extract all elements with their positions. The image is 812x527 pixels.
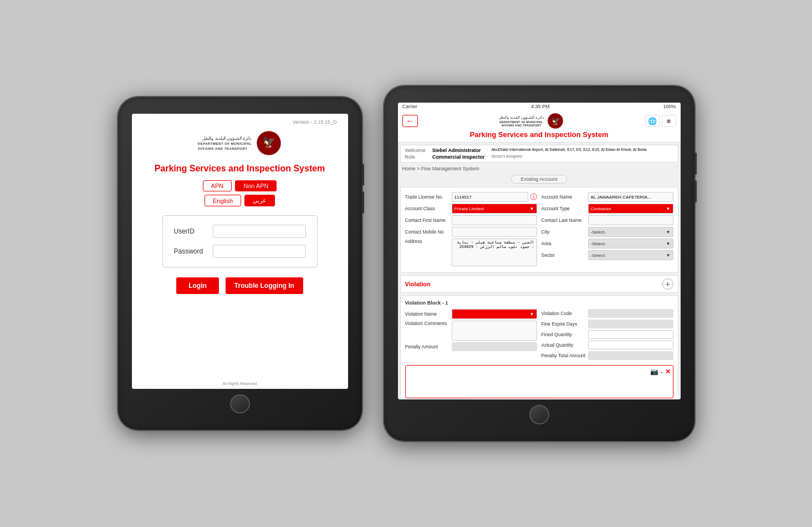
vio-penalty-row: Penalty Amount xyxy=(405,342,537,351)
vio-name-label: Violation Name xyxy=(405,311,450,317)
content-area: Existing Account Trade License No. ⓘ xyxy=(398,173,681,399)
area-label: Area xyxy=(542,241,586,246)
violation-title: Violation xyxy=(405,281,431,287)
contact-first-label: Contact First Name xyxy=(405,217,450,223)
left-ipad: Version - 2.15.15_D دائرة الشـؤون البلدي… xyxy=(118,97,362,430)
password-row: Password xyxy=(174,245,306,258)
right-ipad: Carrier 4:35 PM 100% ← دائرة الشـؤون الب… xyxy=(384,86,694,441)
english-button[interactable]: English xyxy=(205,195,241,206)
apn-btn-row: APN Non APN xyxy=(203,180,277,191)
photo-area: 📷 - ✕ xyxy=(405,365,673,398)
vio-actual-qty-row: Actual Quantity xyxy=(542,341,673,349)
vio-penalty-input[interactable] xyxy=(452,342,537,351)
vio-fined-qty-row: Fined Quantity xyxy=(542,330,673,339)
vio-comments-textarea[interactable] xyxy=(452,321,537,341)
dept-arabic-text: دائرة الشـؤون البلدية والنقل xyxy=(198,135,252,141)
side-button-2 xyxy=(362,191,364,214)
welcome-bar: Welcome Siebel Administrator AbuDhabi In… xyxy=(400,145,678,163)
address-row: Address العين - منطقة صناعية هيلي - بناي… xyxy=(405,239,537,266)
header-emblem-icon: 🦅 xyxy=(547,113,564,129)
vio-name-select-wrapper: ▼ xyxy=(452,309,537,319)
trade-license-row: Trade License No. ⓘ xyxy=(405,192,537,202)
left-ipad-screen: Version - 2.15.15_D دائرة الشـؤون البلدي… xyxy=(132,114,348,389)
vio-fined-qty-input[interactable] xyxy=(588,330,673,339)
account-name-row: Account Name xyxy=(542,192,673,202)
svg-text:🦅: 🦅 xyxy=(262,135,276,149)
arabic-button[interactable]: عربي xyxy=(244,195,275,206)
userid-label: UserID xyxy=(174,227,213,235)
account-name-input[interactable] xyxy=(588,192,673,202)
city-select-wrapper: -Select- ▼ xyxy=(588,227,673,237)
contact-first-row: Contact First Name xyxy=(405,215,537,225)
contact-last-input[interactable] xyxy=(588,215,673,225)
account-class-select[interactable]: Private Limited ▼ xyxy=(452,204,537,214)
address-textarea[interactable]: العين - منطقة صناعية هيلي - بناية - حمود… xyxy=(452,239,537,266)
vio-comments-label: Violation Comments xyxy=(405,321,450,326)
header-dept-arabic: دائرة الشـؤون البلدية والنقل xyxy=(499,115,544,120)
add-violation-button[interactable]: + xyxy=(662,278,673,290)
globe-button[interactable]: 🌐 xyxy=(645,115,660,127)
dept-text-area: دائرة الشـؤون البلدية والنقل DEPARTMENT … xyxy=(198,130,282,156)
photo-actions: 📷 - ✕ xyxy=(650,368,670,376)
existing-account-header: Existing Account xyxy=(400,175,678,184)
vio-left-col: Violation Name ▼ Violation Comments xyxy=(405,309,537,362)
login-button[interactable]: Login xyxy=(176,277,219,294)
app-title-right: Parking Services and Inspection System xyxy=(470,129,609,140)
non-apn-button[interactable]: Non APN xyxy=(235,180,277,191)
header-icons: 🌐 ≡ xyxy=(645,115,676,127)
trouble-logging-in-button[interactable]: Trouble Logging In xyxy=(226,277,303,294)
vio-code-input[interactable] xyxy=(588,309,673,318)
vio-fined-qty-label: Fined Quantity xyxy=(542,332,586,337)
info-icon[interactable]: ⓘ xyxy=(530,192,537,202)
logo-area: دائرة الشـؤون البلدية والنقل DEPARTMENT … xyxy=(198,130,282,158)
login-screen: Version - 2.15.15_D دائرة الشـؤون البلدي… xyxy=(132,114,348,389)
app-screen: Carrier 4:35 PM 100% ← دائرة الشـؤون الب… xyxy=(398,103,681,399)
userid-input[interactable] xyxy=(213,225,306,238)
vio-actual-qty-input[interactable] xyxy=(588,341,673,349)
sector-select[interactable]: -Select- ▼ xyxy=(588,250,673,260)
area-arrow: ▼ xyxy=(666,241,671,246)
violation-header: Violation + xyxy=(400,275,678,293)
status-bar: Carrier 4:35 PM 100% xyxy=(398,103,681,110)
city-label: City xyxy=(542,229,586,235)
right-col: Account Name Account Type Contractor ▼ xyxy=(542,192,673,268)
footer-text: All Rights Reserved xyxy=(223,382,257,386)
vio-name-select[interactable]: ▼ xyxy=(452,309,537,319)
breadcrumb: Home > Fine Management System xyxy=(398,165,681,173)
photo-delete-icon[interactable]: ✕ xyxy=(665,368,671,376)
welcome-label: Welcome xyxy=(405,148,426,153)
sector-select-wrapper: -Select- ▼ xyxy=(588,250,673,260)
vio-penalty-label: Penalty Amount xyxy=(405,344,450,349)
right-side-button-2 xyxy=(694,180,697,202)
vio-penalty-total-input[interactable] xyxy=(588,351,673,360)
header-dept-text: دائرة الشـؤون البلدية والنقل DEPARTMENT … xyxy=(499,115,544,126)
vio-penalty-total-row: Penalty Total Amount xyxy=(542,351,673,360)
role-label: Role xyxy=(405,154,426,160)
left-col: Trade License No. ⓘ Account Class Privat… xyxy=(405,192,537,268)
dept-english-line2: AFFAIRS AND TRANSPORT xyxy=(198,146,252,151)
camera-icon[interactable]: 📷 xyxy=(650,368,658,376)
emblem-icon: 🦅 xyxy=(256,130,282,156)
account-type-label: Account Type xyxy=(542,206,586,211)
contact-mobile-input[interactable] xyxy=(452,227,537,237)
violation-grid: Violation Name ▼ Violation Comments xyxy=(405,309,673,362)
photo-separator: - xyxy=(661,369,662,375)
contact-first-input[interactable] xyxy=(452,215,537,225)
password-input[interactable] xyxy=(213,245,306,258)
version-text: Version - 2.15.15_D xyxy=(293,119,337,125)
vio-code-row: Violation Code xyxy=(542,309,673,318)
vio-expire-input[interactable] xyxy=(588,320,673,328)
city-select[interactable]: -Select- ▼ xyxy=(588,227,673,237)
home-button-left[interactable] xyxy=(230,394,250,414)
home-button-right[interactable] xyxy=(529,405,549,424)
login-actions: Login Trouble Logging In xyxy=(176,277,303,294)
area-select[interactable]: -Select- ▼ xyxy=(588,239,673,249)
account-type-select-wrapper: Contractor ▼ xyxy=(588,204,673,214)
header-dept-en2: AFFAIRS AND TRANSPORT xyxy=(499,124,544,127)
account-type-select[interactable]: Contractor ▼ xyxy=(588,204,673,214)
contact-mobile-label: Contact Mobile No xyxy=(405,229,450,235)
menu-button[interactable]: ≡ xyxy=(662,115,676,127)
back-button[interactable]: ← xyxy=(402,115,418,127)
apn-button[interactable]: APN xyxy=(203,180,232,191)
trade-license-input[interactable] xyxy=(452,192,528,202)
